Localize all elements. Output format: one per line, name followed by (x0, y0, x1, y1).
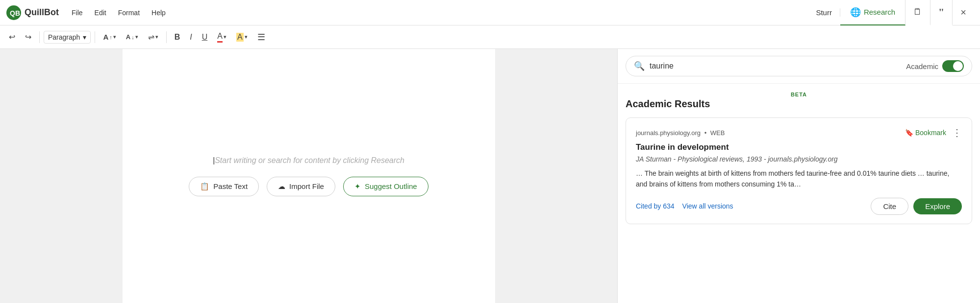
font-size-increase-arrow: ↑ (109, 34, 112, 40)
highlight-icon: A (236, 33, 244, 42)
editor-panel: |Start writing or search for content by … (0, 49, 617, 303)
menu-items: File Edit Format Help (71, 7, 167, 19)
academic-toggle-switch[interactable] (942, 60, 964, 72)
chevron-down-icon-2: ▾ (135, 34, 138, 40)
font-size-decrease-button[interactable]: A ↓ ▾ (122, 31, 142, 43)
text-color-chevron: ▾ (224, 34, 226, 40)
import-file-button[interactable]: ☁ Import File (267, 177, 335, 196)
tab-research-label: Research (864, 8, 895, 16)
card-title: Taurine in development (636, 142, 962, 152)
redo-button[interactable]: ↪ (21, 30, 35, 44)
font-size-decrease-arrow: ↓ (131, 34, 134, 40)
cited-by-link[interactable]: Cited by 634 (636, 202, 675, 210)
import-file-label: Import File (289, 182, 324, 190)
result-card: journals.physiology.org • WEB 🔖 Bookmark… (626, 117, 972, 224)
card-actions: 🔖 Bookmark ⋮ (905, 127, 962, 139)
search-icon: 🔍 (634, 61, 645, 71)
italic-button[interactable]: I (186, 31, 196, 44)
logo-text: QuillBot (25, 7, 59, 18)
research-globe-icon: 🌐 (850, 7, 861, 18)
academic-label: Academic (906, 62, 938, 70)
highlight-button[interactable]: A ▾ (232, 31, 251, 44)
academic-toggle-area: Academic (906, 60, 964, 72)
italic-icon: I (190, 33, 192, 42)
menu-file[interactable]: File (71, 7, 84, 19)
paste-icon: 📋 (200, 182, 209, 191)
paste-text-button[interactable]: 📋 Paste Text (189, 177, 259, 196)
align-button[interactable]: ☰ (253, 30, 269, 45)
toolbar: ↩ ↪ Paragraph ▾ A ↑ ▾ A ↓ ▾ ⇌ ▾ B I U A … (0, 25, 980, 49)
more-options-button[interactable]: ⋮ (952, 127, 962, 139)
card-header: journals.physiology.org • WEB 🔖 Bookmark… (636, 127, 962, 139)
paste-text-label: Paste Text (213, 182, 248, 190)
underline-button[interactable]: U (198, 31, 212, 44)
action-buttons: 📋 Paste Text ☁ Import File ✦ Suggest Out… (189, 177, 428, 196)
bold-icon: B (175, 33, 180, 42)
main-area: |Start writing or search for content by … (0, 49, 980, 303)
menu-help[interactable]: Help (151, 7, 167, 19)
svg-text:QB: QB (10, 9, 20, 17)
menu-format[interactable]: Format (117, 7, 141, 19)
tab-notes[interactable]: 🗒 (905, 0, 930, 25)
redo-icon: ↪ (25, 32, 31, 42)
source-domain: journals.physiology.org (636, 129, 701, 137)
quote-icon: " (938, 6, 944, 19)
results-title: Academic Results (626, 98, 972, 110)
font-size-decrease-icon: A (126, 33, 130, 41)
suggest-outline-button[interactable]: ✦ Suggest Outline (343, 177, 428, 196)
paragraph-style-selector[interactable]: Paragraph ▾ (44, 31, 91, 44)
undo-icon: ↩ (9, 32, 15, 42)
undo-button[interactable]: ↩ (5, 30, 19, 44)
bold-button[interactable]: B (171, 31, 184, 44)
paragraph-label: Paragraph (48, 33, 80, 41)
card-snippet: … The brain weights at birth of kittens … (636, 168, 962, 190)
menu-edit[interactable]: Edit (94, 7, 107, 19)
highlight-chevron: ▾ (245, 34, 248, 40)
spell-check-button[interactable]: ⇌ ▾ (144, 30, 162, 44)
suggest-outline-label: Suggest Outline (365, 182, 417, 190)
results-area: BETA Academic Results journals.physiolog… (618, 84, 980, 303)
editor-placeholder: |Start writing or search for content by … (213, 156, 404, 165)
notes-icon: 🗒 (913, 7, 922, 17)
beta-badge: BETA (626, 92, 972, 97)
import-icon: ☁ (278, 182, 285, 191)
underline-icon: U (202, 33, 208, 42)
toggle-thumb (953, 61, 963, 71)
close-button[interactable]: × (953, 7, 974, 18)
header-right: Sturr 🌐 Research 🗒 " × (808, 0, 974, 25)
menu-bar: QB QuillBot File Edit Format Help Sturr … (0, 0, 980, 25)
tab-quote[interactable]: " (930, 0, 953, 25)
toolbar-divider-1 (39, 31, 40, 43)
card-footer: Cited by 634 View all versions Cite Expl… (636, 198, 962, 215)
card-footer-right: Cite Explore (871, 198, 962, 215)
text-color-icon: A (217, 32, 223, 43)
card-source: journals.physiology.org • WEB (636, 129, 725, 137)
cite-button[interactable]: Cite (871, 198, 908, 215)
bookmark-icon: 🔖 (905, 129, 913, 137)
suggest-icon: ✦ (354, 182, 361, 191)
search-area: 🔍 Academic (618, 49, 980, 84)
font-size-increase-icon: A (103, 33, 108, 41)
tab-research[interactable]: 🌐 Research (840, 0, 905, 25)
sturr-label: Sturr (808, 8, 840, 17)
logo-area: QB QuillBot (6, 5, 59, 21)
search-box: 🔍 Academic (626, 56, 972, 76)
align-icon: ☰ (257, 32, 265, 43)
card-footer-left: Cited by 634 View all versions (636, 202, 733, 210)
explore-button[interactable]: Explore (913, 198, 962, 214)
paragraph-chevron-icon: ▾ (83, 33, 86, 41)
view-versions-link[interactable]: View all versions (682, 202, 733, 210)
font-size-increase-button[interactable]: A ↑ ▾ (99, 31, 120, 43)
spell-check-icon: ⇌ (148, 32, 154, 42)
chevron-down-icon-1: ▾ (113, 34, 116, 40)
spell-check-chevron: ▾ (155, 34, 158, 40)
editor-content[interactable]: |Start writing or search for content by … (123, 49, 495, 303)
bookmark-label: Bookmark (915, 129, 946, 137)
quillbot-logo-icon: QB (6, 5, 22, 21)
search-input[interactable] (650, 62, 901, 70)
bookmark-button[interactable]: 🔖 Bookmark (905, 129, 946, 137)
text-color-button[interactable]: A ▾ (213, 30, 230, 45)
source-dot: • (704, 129, 707, 137)
card-meta: JA Sturman - Physiological reviews, 1993… (636, 155, 962, 163)
toolbar-divider-3 (166, 31, 167, 43)
